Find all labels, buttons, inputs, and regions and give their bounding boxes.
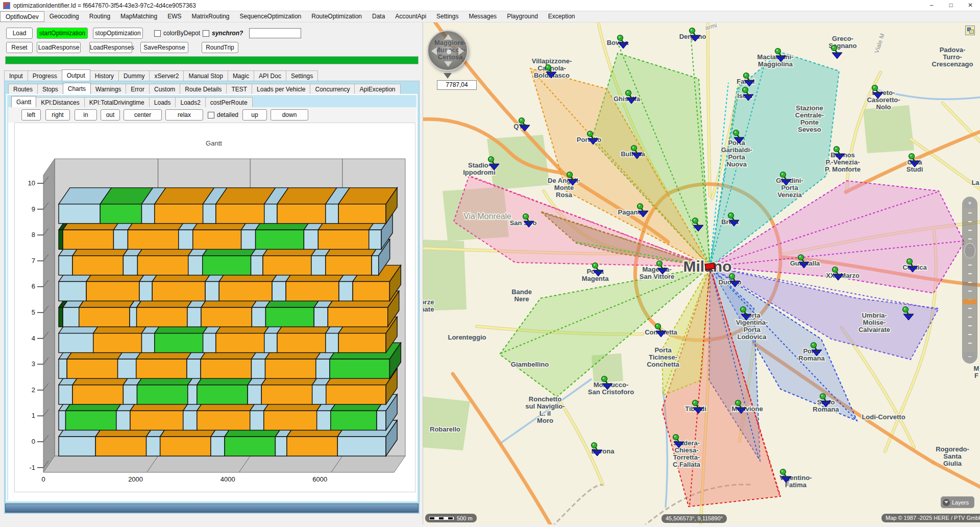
pan-expand-icon[interactable] bbox=[444, 73, 452, 79]
map-label-maciachini: Maciachini-Maggiolina bbox=[757, 53, 794, 68]
chart-down-button[interactable]: down bbox=[271, 109, 308, 121]
layers-button[interactable]: Layers bbox=[941, 496, 974, 508]
color-by-depot-checkbox[interactable]: colorByDepot bbox=[154, 28, 200, 39]
map-pan-control[interactable] bbox=[427, 30, 468, 71]
svg-text:0: 0 bbox=[41, 475, 45, 483]
detailed-checkbox[interactable]: detailed bbox=[208, 109, 238, 121]
subtab-loads-per-vehicle[interactable]: Loads per Vehicle bbox=[252, 84, 310, 94]
round-trip-button[interactable]: RoundTrip bbox=[202, 42, 238, 53]
charttab-kpi-distances[interactable]: KPI:Distances bbox=[36, 97, 84, 107]
progress-bar-fill bbox=[6, 57, 418, 64]
menu-routeoptimization[interactable]: RouteOptimization bbox=[306, 11, 367, 22]
overview-map-icon[interactable] bbox=[965, 26, 975, 35]
start-optimization-button[interactable]: startOptimization bbox=[37, 28, 88, 39]
tab-api-doc[interactable]: API Doc bbox=[254, 70, 286, 81]
close-button[interactable]: ✕ bbox=[961, 0, 980, 11]
subtab-warnings[interactable]: Warnings bbox=[90, 84, 126, 94]
menu-messages[interactable]: Messages bbox=[463, 11, 502, 22]
svg-text:Gantt: Gantt bbox=[206, 139, 222, 147]
menu-exception[interactable]: Exception bbox=[543, 11, 580, 22]
subtab-concurrency[interactable]: Concurrency bbox=[310, 84, 355, 94]
subtab-test[interactable]: TEST bbox=[226, 84, 252, 94]
menu-data[interactable]: Data bbox=[367, 11, 390, 22]
pan-center-icon[interactable] bbox=[447, 50, 451, 54]
tab-manual-stop[interactable]: Manual Stop bbox=[183, 70, 228, 81]
charttab-loads2[interactable]: Loads2 bbox=[175, 97, 205, 107]
pan-right-icon[interactable] bbox=[458, 47, 464, 55]
chart-out-button[interactable]: out bbox=[101, 109, 120, 121]
maximize-button[interactable]: □ bbox=[941, 0, 961, 11]
tab-progress[interactable]: Progress bbox=[28, 70, 62, 81]
map-panel[interactable]: Maggiore-Musocco-CertosaDerganoBovisaGre… bbox=[423, 22, 980, 524]
chart-relax-button[interactable]: relax bbox=[165, 109, 203, 121]
map-label-stazione: StazioneCentrale-PonteSeveso bbox=[795, 104, 824, 133]
subtab-apiexception[interactable]: ApiException bbox=[354, 84, 400, 94]
zoom-in-button[interactable]: + bbox=[964, 198, 976, 208]
charttab-kpi-totaldrivingtime[interactable]: KPI:TotalDrivingtime bbox=[84, 97, 150, 107]
minimize-button[interactable]: – bbox=[922, 0, 941, 11]
pan-down-icon[interactable] bbox=[444, 61, 452, 67]
checkbox-box-icon bbox=[203, 30, 209, 37]
charttab-loads[interactable]: Loads bbox=[149, 97, 176, 107]
chart-right-button[interactable]: right bbox=[45, 109, 70, 121]
tab-output[interactable]: Output bbox=[62, 69, 90, 81]
svg-text:-1: -1 bbox=[29, 464, 35, 471]
map-label-robarello: Robarello bbox=[430, 425, 460, 433]
save-response-button[interactable]: SaveResponse bbox=[140, 42, 188, 53]
menu-ews[interactable]: EWS bbox=[162, 11, 186, 22]
map-canvas[interactable]: Maggiore-Musocco-CertosaDerganoBovisaGre… bbox=[423, 22, 980, 524]
map-label-umbria: Umbria-Molise-Calvairate bbox=[859, 312, 890, 333]
menu-accountapi[interactable]: AccountApi bbox=[390, 11, 431, 22]
map-copyright: Map © 1987 -2025 HERE / PTV GmbH bbox=[881, 514, 980, 522]
load-response-button[interactable]: LoadResponse bbox=[37, 42, 81, 53]
subtab-error[interactable]: Error bbox=[126, 84, 150, 94]
zoom-slider-thumb[interactable] bbox=[964, 243, 975, 258]
svg-text:8: 8 bbox=[32, 231, 35, 238]
load-responses-button[interactable]: LoadResponses bbox=[89, 42, 132, 53]
chart-left-button[interactable]: left bbox=[21, 109, 41, 121]
menu-routing[interactable]: Routing bbox=[84, 11, 115, 22]
pan-up-icon[interactable] bbox=[444, 34, 452, 40]
load-button[interactable]: Load bbox=[6, 28, 33, 39]
svg-text:7: 7 bbox=[32, 257, 35, 265]
application-window: optimizationIdentifier.Id = f6647670-3f5… bbox=[0, 0, 980, 527]
optimization-panel: Load startOptimization stopOptimization … bbox=[0, 22, 422, 527]
tab-dummy[interactable]: Dummy bbox=[118, 70, 150, 81]
chart-up-button[interactable]: up bbox=[242, 109, 267, 121]
chart-in-button[interactable]: in bbox=[75, 109, 97, 121]
panel-bottom-bar bbox=[5, 504, 419, 513]
menu-matrixrouting[interactable]: MatrixRouting bbox=[187, 11, 235, 22]
chart-center-button[interactable]: center bbox=[124, 109, 162, 121]
synchron-checkbox[interactable]: synchron? bbox=[203, 28, 243, 39]
svg-text:2: 2 bbox=[32, 386, 35, 394]
subtab-route-details[interactable]: Route Details bbox=[180, 84, 227, 94]
tab-input[interactable]: Input bbox=[4, 70, 28, 81]
tab-xserver2[interactable]: xServer2 bbox=[149, 70, 184, 81]
gantt-chart: Gantt109876543210-10200040006000 bbox=[15, 123, 415, 491]
menu-geocoding[interactable]: Geocoding bbox=[44, 11, 84, 22]
tab-settings[interactable]: Settings bbox=[286, 70, 318, 81]
zoom-out-button[interactable]: − bbox=[964, 352, 976, 362]
pan-left-icon[interactable] bbox=[431, 47, 437, 55]
menu-settings[interactable]: Settings bbox=[431, 11, 463, 22]
window-controls: – □ ✕ bbox=[922, 0, 980, 11]
map-scale: 500 m bbox=[425, 514, 477, 522]
svg-text:0: 0 bbox=[32, 438, 35, 445]
charttab-costperroute[interactable]: costPerRoute bbox=[205, 97, 253, 107]
subtab-routes[interactable]: Routes bbox=[8, 84, 38, 94]
subtab-stops[interactable]: Stops bbox=[37, 84, 63, 94]
map-zoom-slider[interactable]: + − bbox=[962, 197, 977, 364]
subtab-custom[interactable]: Custom bbox=[149, 84, 180, 94]
reset-button[interactable]: Reset bbox=[6, 42, 33, 53]
stop-optimization-button[interactable]: stopOptimization bbox=[93, 28, 143, 39]
tab-magic[interactable]: Magic bbox=[228, 70, 254, 81]
menu-playground[interactable]: Playground bbox=[502, 11, 543, 22]
charttab-gantt[interactable]: Gantt bbox=[11, 96, 36, 107]
menu-optiflowdev[interactable]: OptiflowDev bbox=[0, 11, 44, 22]
svg-text:2000: 2000 bbox=[128, 475, 143, 483]
subtab-charts[interactable]: Charts bbox=[63, 83, 91, 94]
tab-history[interactable]: History bbox=[90, 70, 119, 81]
menu-mapmatching[interactable]: MapMatching bbox=[115, 11, 162, 22]
synchron-value-input[interactable] bbox=[249, 28, 301, 38]
menu-sequenceoptimization[interactable]: SequenceOptimization bbox=[235, 11, 307, 22]
